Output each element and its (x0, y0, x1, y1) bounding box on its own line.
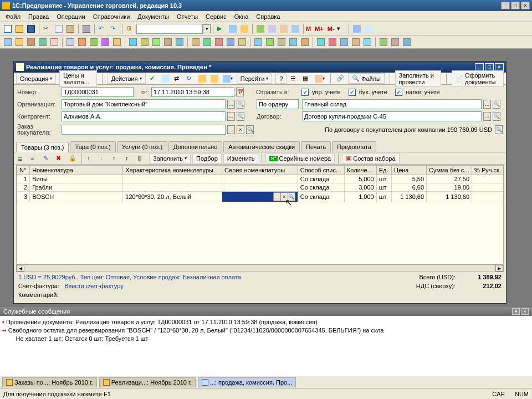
menu-operations[interactable]: Операции (53, 12, 88, 21)
goto-button[interactable]: Перейти (237, 74, 273, 84)
method-cell[interactable]: Со склада (298, 192, 344, 202)
pick-button[interactable]: Подбор (192, 154, 222, 163)
date-field[interactable]: 17.11.2010 13:59:38 (151, 87, 234, 97)
search-combo[interactable] (136, 24, 203, 34)
paste-icon[interactable] (65, 23, 76, 34)
date-picker-icon[interactable]: 📅 (236, 88, 244, 96)
nomenclature-cell[interactable]: BOSCH (30, 192, 123, 202)
org-select-icon[interactable]: … (227, 100, 235, 109)
tool2-11-icon[interactable] (139, 37, 150, 48)
series-select-icon[interactable]: … (273, 192, 281, 201)
attach-icon[interactable]: 🔗 (336, 73, 345, 84)
tool2-23-icon[interactable] (288, 37, 299, 48)
bo-search-icon[interactable]: 🔍 (246, 125, 254, 134)
prices-currency-button[interactable]: Цены и валюта... (59, 70, 97, 87)
tool2-8-icon[interactable] (100, 37, 111, 48)
ca-search-icon[interactable]: 🔍 (237, 112, 244, 121)
report-icon[interactable] (198, 73, 207, 84)
tab-print[interactable]: Печать (301, 141, 331, 152)
struct-icon[interactable] (222, 73, 233, 84)
actions-button[interactable]: Действия (108, 74, 146, 84)
tool2-4-icon[interactable] (49, 37, 60, 48)
m-label[interactable]: М (306, 25, 311, 32)
checkbox-mgmt[interactable]: ✓ (301, 89, 309, 96)
series-cell[interactable] (222, 175, 298, 183)
scroll-left-icon[interactable]: ◀ (17, 265, 24, 272)
buyer-order-field[interactable] (62, 125, 226, 135)
fill-button[interactable]: Заполнить (149, 154, 191, 163)
sum-cell[interactable]: 27,50 (427, 175, 472, 183)
debt-search-icon[interactable]: 🔍 (495, 125, 503, 134)
tool2-16-icon[interactable] (202, 37, 213, 48)
close-button[interactable]: × (521, 2, 530, 9)
m-minus[interactable]: М- (328, 25, 335, 32)
characteristic-cell[interactable] (123, 183, 222, 192)
tool2-6-icon[interactable] (76, 37, 88, 48)
menu-catalogs[interactable]: Справочники (90, 12, 134, 21)
tooly-icon[interactable] (363, 23, 374, 34)
tool2-7-icon[interactable] (88, 37, 99, 48)
serial-button[interactable]: N°Серийные номера (265, 154, 335, 163)
tool2-25-icon[interactable] (315, 37, 326, 48)
ct-select-icon[interactable]: … (483, 112, 491, 121)
copy-icon[interactable] (53, 23, 64, 34)
copy-row-icon[interactable]: ≡ (29, 153, 40, 164)
files-button[interactable]: 🔍Файлы (348, 73, 385, 84)
grid-icon[interactable]: ▦ (302, 73, 311, 84)
tool5-icon[interactable] (255, 23, 266, 34)
tab-tare[interactable]: Тара (0 поз.) (70, 141, 115, 152)
task-document[interactable]: ...: продажа, комиссия. Про... (198, 377, 296, 387)
delete-row-icon[interactable]: ✖ (54, 153, 65, 164)
edit-row-icon[interactable]: ✎ (42, 153, 53, 164)
tool2-17-icon[interactable] (213, 37, 224, 48)
price-cell[interactable]: 5,50 (392, 175, 427, 183)
operation-button[interactable]: Операция (16, 74, 56, 84)
down-icon[interactable]: ↓ (98, 153, 109, 164)
table-row[interactable]: 1ВилыСо склада5,000шт5,5027,50 (17, 175, 504, 183)
tool6-icon[interactable] (267, 23, 278, 34)
wh-search-icon[interactable]: 🔍 (493, 100, 500, 109)
tool2-20-icon[interactable] (253, 37, 264, 48)
find-icon[interactable]: 🗓 (125, 23, 136, 34)
qty-cell[interactable]: 5,000 (344, 175, 376, 183)
number-field[interactable]: ТД00000031 (62, 87, 134, 97)
tool2-32-icon[interactable] (401, 37, 412, 48)
tool2-5-icon[interactable] (65, 37, 76, 48)
tab-goods[interactable]: Товары (3 поз.) (16, 142, 69, 152)
scroll-right-icon[interactable]: ▶ (495, 265, 503, 272)
tool2-22-icon[interactable] (276, 37, 287, 48)
series-search-icon[interactable]: 🔍 (288, 192, 295, 201)
sort2-icon[interactable]: ↕ (124, 153, 135, 164)
menu-edit[interactable]: Правка (25, 12, 52, 21)
menu-windows[interactable]: Окна (231, 12, 252, 21)
fill-and-post-button[interactable]: Заполнить и провести (395, 70, 442, 87)
tool2-27-icon[interactable] (339, 37, 350, 48)
open-icon[interactable] (14, 23, 25, 34)
save-icon[interactable] (25, 23, 37, 34)
format-documents-button[interactable]: 📄Оформить документы (452, 70, 504, 87)
method-cell[interactable]: Со склада (298, 183, 344, 192)
series-cell[interactable] (222, 183, 298, 192)
characteristic-cell[interactable]: 120*60*30, 20 л, Белый (123, 192, 222, 202)
table-row[interactable]: 3BOSCH120*60*30, 20 л, Белый…×🔍Со склада… (17, 192, 504, 202)
table-row[interactable]: 2ГраблиСо склада3,000шт6,6019,80 (17, 183, 504, 192)
checkbox-acct[interactable]: ✓ (349, 89, 356, 96)
tool2-0-icon[interactable] (2, 37, 13, 48)
menu-file[interactable]: Файл (2, 12, 24, 21)
tool2-29-icon[interactable] (362, 37, 373, 48)
checkbox-tax[interactable]: ✓ (395, 89, 402, 96)
price-cell[interactable]: 1 130,60 (392, 192, 427, 202)
tool2-26-icon[interactable] (327, 37, 338, 48)
tool2-12-icon[interactable] (151, 37, 162, 48)
tool2-3-icon[interactable] (37, 37, 48, 48)
series-clear-icon[interactable]: × (280, 192, 288, 201)
menu-documents[interactable]: Документы (134, 12, 172, 21)
up-icon[interactable]: ↑ (85, 153, 96, 164)
tool7-icon[interactable] (278, 23, 289, 34)
series-cell-active[interactable]: …×🔍 (222, 192, 298, 202)
warehouse-field[interactable]: Главный склад (302, 99, 482, 109)
order-mode-field[interactable]: По ордеру (257, 99, 299, 109)
tool2-9-icon[interactable] (111, 37, 122, 48)
bo-select-icon[interactable]: … (227, 125, 235, 134)
discount-cell[interactable] (472, 183, 504, 192)
